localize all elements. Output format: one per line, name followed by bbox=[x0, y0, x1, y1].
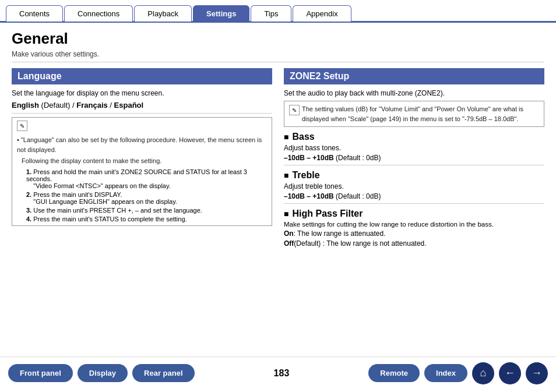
high-pass-filter-desc: Make settings for cutting the low range … bbox=[284, 221, 544, 228]
off-label: Off bbox=[284, 239, 294, 248]
forward-button[interactable]: → bbox=[526, 362, 548, 384]
off-desc: (Default) : The low range is not attenua… bbox=[294, 239, 426, 248]
index-button[interactable]: Index bbox=[424, 364, 467, 382]
step-3: 3. Use the main unit's PRESET CH +, – an… bbox=[26, 207, 267, 214]
high-pass-filter-on: On: The low range is attenuated. bbox=[284, 229, 544, 238]
home-button[interactable]: ⌂ bbox=[472, 362, 494, 384]
bass-range: –10dB – +10dB (Default : 0dB) bbox=[284, 154, 544, 165]
back-icon: ← bbox=[505, 367, 515, 379]
bottom-right-buttons: Remote Index ⌂ ← → bbox=[368, 362, 548, 384]
bass-desc: Adjust bass tones. bbox=[284, 144, 544, 152]
language-options: English (Default) / Français / Español bbox=[12, 101, 272, 114]
bass-title: Bass bbox=[284, 132, 544, 142]
tab-contents[interactable]: Contents bbox=[6, 5, 63, 22]
treble-range: –10dB – +10dB (Default : 0dB) bbox=[284, 192, 544, 204]
on-desc: : The low range is attenuated. bbox=[294, 229, 386, 238]
zone2-desc: Set the audio to play back with multi-zo… bbox=[284, 89, 544, 97]
bottom-left-buttons: Front panel Display Rear panel bbox=[8, 364, 195, 382]
treble-range-default: (Default : 0dB) bbox=[336, 192, 381, 200]
language-section: Language Set the language for display on… bbox=[12, 68, 272, 249]
language-note-bullet: • "Language" can also be set by the foll… bbox=[17, 135, 267, 154]
page-number: 183 bbox=[274, 368, 290, 379]
bottom-navigation: Front panel Display Rear panel 183 Remot… bbox=[0, 356, 556, 389]
high-pass-filter-off: Off(Default) : The low range is not atte… bbox=[284, 239, 544, 248]
page-subtitle: Make various other settings. bbox=[12, 50, 544, 62]
language-steps: 1. Press and hold the main unit's ZONE2 … bbox=[26, 168, 267, 223]
forward-icon: → bbox=[532, 367, 542, 379]
zone2-note-bullet: The setting values (dB) for "Volume Limi… bbox=[302, 104, 539, 123]
zone2-note-block: ✎ The setting values (dB) for "Volume Li… bbox=[284, 101, 544, 127]
front-panel-button[interactable]: Front panel bbox=[8, 364, 73, 382]
note-header: ✎ bbox=[17, 121, 267, 133]
back-button[interactable]: ← bbox=[499, 362, 521, 384]
tab-settings[interactable]: Settings bbox=[193, 5, 249, 22]
page-title: General bbox=[12, 30, 544, 48]
language-note-sub: Following the display content to make th… bbox=[22, 156, 267, 166]
display-button[interactable]: Display bbox=[78, 364, 128, 382]
remote-button[interactable]: Remote bbox=[368, 364, 420, 382]
tab-playback[interactable]: Playback bbox=[134, 5, 192, 22]
step-1: 1. Press and hold the main unit's ZONE2 … bbox=[26, 168, 267, 189]
home-icon: ⌂ bbox=[480, 367, 487, 379]
treble-range-value: –10dB – +10dB bbox=[284, 192, 334, 200]
tab-tips[interactable]: Tips bbox=[251, 5, 291, 22]
zone2-header: ZONE2 Setup bbox=[284, 68, 544, 84]
language-english-option: English bbox=[12, 101, 39, 110]
on-label: On bbox=[284, 229, 294, 238]
language-note-block: ✎ • "Language" can also be set by the fo… bbox=[12, 117, 272, 226]
two-column-layout: Language Set the language for display on… bbox=[12, 68, 544, 249]
step-4: 4. Press the main unit's STATUS to compl… bbox=[26, 216, 267, 223]
language-desc: Set the language for display on the menu… bbox=[12, 89, 272, 97]
top-navigation: Contents Connections Playback Settings T… bbox=[0, 0, 556, 23]
treble-title: Treble bbox=[284, 170, 544, 181]
language-options-text: (Default) / Français / Español bbox=[41, 101, 144, 110]
bass-range-default: (Default : 0dB) bbox=[336, 154, 381, 162]
tab-appendix[interactable]: Appendix bbox=[293, 5, 351, 22]
rear-panel-button[interactable]: Rear panel bbox=[132, 364, 194, 382]
step-2: 2. Press the main unit's DISPLAY. "GUI L… bbox=[26, 191, 267, 205]
pencil-icon: ✎ bbox=[17, 121, 27, 131]
bass-range-value: –10dB – +10dB bbox=[284, 154, 334, 162]
zone2-section: ZONE2 Setup Set the audio to play back w… bbox=[284, 68, 544, 249]
treble-desc: Adjust treble tones. bbox=[284, 182, 544, 190]
language-header: Language bbox=[12, 68, 272, 84]
tab-connections[interactable]: Connections bbox=[64, 5, 133, 22]
main-content: General Make various other settings. Lan… bbox=[0, 23, 556, 356]
zone2-pencil-icon: ✎ bbox=[289, 105, 300, 115]
high-pass-filter-title: High Pass Filter bbox=[284, 209, 544, 219]
